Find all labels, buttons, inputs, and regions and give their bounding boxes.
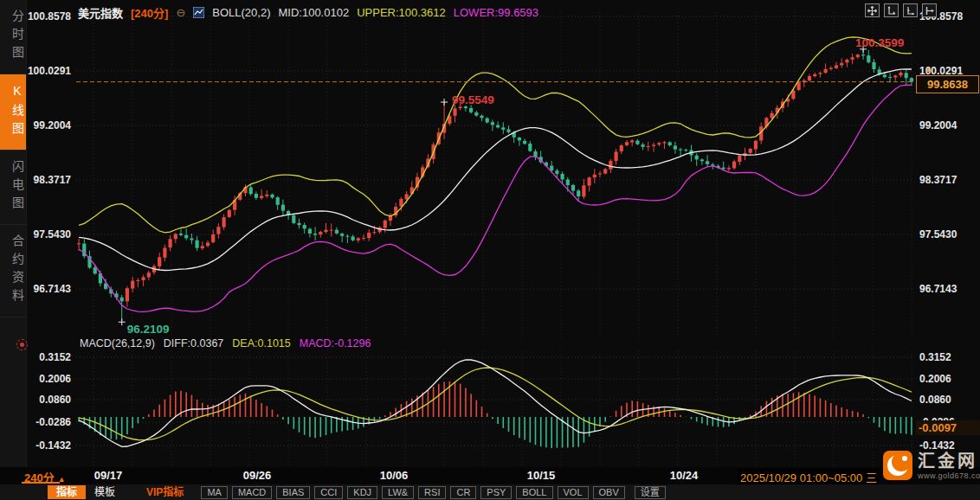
last-price-box: 99.8638 bbox=[916, 75, 979, 93]
logo-url: www.gold678.com bbox=[918, 471, 980, 480]
indicator-button-ma[interactable]: MA bbox=[201, 486, 228, 499]
chart-toolbar-icons bbox=[865, 3, 937, 17]
tab-indicator[interactable]: 指标 bbox=[48, 485, 86, 499]
chart-type-sidebar: 分时图K线图闪电图合约资料 bbox=[0, 0, 27, 484]
boll-upper-value: UPPER:100.3612 bbox=[357, 6, 446, 19]
pan-icon[interactable] bbox=[865, 3, 880, 17]
sidebar-item-4[interactable]: 合约资料 bbox=[0, 225, 26, 317]
macd-axis-label-right: 0.3152 bbox=[919, 350, 964, 364]
boll-label: BOLL(20,2) bbox=[212, 6, 270, 19]
x-axis-scale-icon[interactable] bbox=[903, 3, 918, 17]
current-bar-time: 2025/10/29 01:00~05:00 三 bbox=[738, 469, 880, 485]
macd-value-box: -0.0097 bbox=[916, 420, 980, 435]
indicator-button-cr[interactable]: CR bbox=[450, 486, 476, 499]
site-logo: 汇金网 www.gold678.com bbox=[883, 451, 980, 480]
price-axis-label-left: 99.2004 bbox=[26, 119, 71, 132]
price-axis-label-right: 96.7143 bbox=[919, 282, 964, 296]
macd-axis-label-left: 0.0860 bbox=[26, 393, 71, 407]
macd-diff-value: DIFF:0.0367 bbox=[164, 337, 223, 349]
indicator-button-psy[interactable]: PSY bbox=[480, 486, 512, 499]
sidebar-item-3[interactable]: 闪电图 bbox=[0, 151, 26, 225]
period-label[interactable]: [240分] bbox=[131, 4, 168, 21]
price-axis-label-left: 98.3717 bbox=[26, 173, 71, 187]
shift-right-icon[interactable] bbox=[922, 3, 937, 17]
macd-name: MACD(26,12,9) bbox=[80, 337, 155, 349]
macd-axis-label-right: 0.0860 bbox=[919, 393, 964, 407]
macd-axis-label-left: 0.3152 bbox=[26, 350, 71, 364]
sidebar-item-1[interactable]: 分时图 bbox=[0, 0, 26, 74]
date-label: 10/06 bbox=[380, 469, 409, 482]
macd-macd-value: MACD:-0.1296 bbox=[300, 337, 371, 349]
tab-template[interactable]: 模板 bbox=[86, 485, 124, 499]
macd-axis-label-right: 0.2006 bbox=[919, 372, 964, 386]
indicator-button-bias[interactable]: BIAS bbox=[276, 486, 310, 499]
date-label: 10/24 bbox=[670, 469, 699, 482]
price-axis-label-right: 99.2004 bbox=[919, 119, 964, 132]
main-candlestick-chart[interactable]: 96.210999.5549100.3599 bbox=[76, 0, 914, 346]
indicator-button-lw[interactable]: LW& bbox=[382, 486, 414, 499]
svg-text:96.2109: 96.2109 bbox=[127, 323, 170, 336]
macd-axis-label-left: 0.2006 bbox=[26, 372, 71, 386]
indicator-button-vol[interactable]: VOL bbox=[558, 486, 589, 499]
time-axis-row: 240分▲ 2025/10/29 01:00~05:00 三 09/1709/2… bbox=[0, 467, 980, 484]
macd-legend: MACD(26,12,9) DIFF:0.0367 DEA:0.1015 MAC… bbox=[80, 337, 371, 349]
date-label: 09/17 bbox=[94, 469, 123, 482]
symbol-name: 美元指数 bbox=[78, 4, 123, 21]
price-up-arrow-icon: ▲ bbox=[925, 65, 932, 74]
settings-button[interactable]: 设置 bbox=[635, 486, 666, 499]
price-axis-label-left: 100.8578 bbox=[26, 10, 71, 23]
period-tab-underline bbox=[22, 482, 60, 484]
indicator-button-obv[interactable]: OBV bbox=[593, 486, 625, 499]
macd-dea-value: DEA:0.1015 bbox=[232, 337, 290, 349]
sidebar-item-2[interactable]: K线图 bbox=[0, 74, 26, 151]
macd-axis-label-left: -0.1432 bbox=[26, 439, 71, 452]
price-axis-label-left: 100.0291 bbox=[26, 64, 71, 78]
price-axis-label-left: 96.7143 bbox=[26, 282, 71, 296]
alarm-icon[interactable] bbox=[16, 339, 28, 350]
y-axis-scale-icon[interactable] bbox=[884, 3, 899, 17]
svg-text:99.5549: 99.5549 bbox=[452, 93, 494, 106]
boll-mid-value: MID:100.0102 bbox=[278, 6, 349, 19]
chart-header: 美元指数 [240分] ⊖ BOLL(20,2) MID:100.0102 UP… bbox=[78, 5, 538, 19]
boll-lower-value: LOWER:99.6593 bbox=[454, 6, 538, 19]
price-axis-label-left: 97.5430 bbox=[26, 228, 71, 241]
logo-icon bbox=[883, 451, 912, 480]
indicator-button-boll[interactable]: BOLL bbox=[516, 486, 552, 499]
trading-app-window: 分时图K线图闪电图合约资料 96.210999.5549100.3599 美元指… bbox=[0, 0, 980, 500]
indicator-button-cci[interactable]: CCI bbox=[314, 486, 343, 499]
mini-chart-icon bbox=[193, 7, 204, 18]
price-axis-label-right: 97.5430 bbox=[919, 228, 964, 241]
tab-vip-indicator[interactable]: VIP指标 bbox=[138, 485, 192, 499]
indicator-button-kdj[interactable]: KDJ bbox=[347, 486, 377, 499]
indicator-button-macd[interactable]: MACD bbox=[232, 486, 272, 499]
collapse-icon[interactable]: ⊖ bbox=[176, 7, 185, 18]
indicator-button-rsi[interactable]: RSI bbox=[418, 486, 446, 499]
date-label: 10/15 bbox=[527, 469, 556, 482]
date-label: 09/26 bbox=[243, 469, 272, 482]
logo-name: 汇金网 bbox=[918, 451, 980, 471]
svg-text:100.3599: 100.3599 bbox=[855, 36, 904, 49]
macd-axis-label-left: -0.0286 bbox=[26, 415, 71, 429]
indicator-toolbar: 指标 模板 VIP指标 MAMACDBIASCCIKDJLW&RSICRPSYB… bbox=[0, 484, 980, 500]
price-axis-label-right: 98.3717 bbox=[919, 173, 964, 187]
macd-indicator-chart[interactable] bbox=[76, 346, 914, 467]
